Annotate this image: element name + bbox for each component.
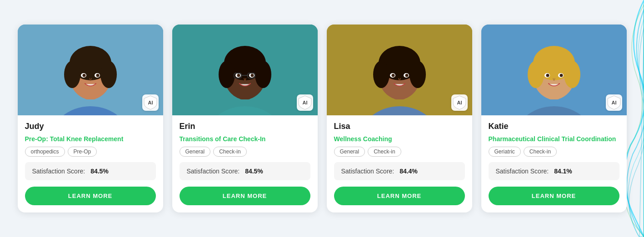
tag: Check-in bbox=[213, 147, 246, 157]
satisfaction-score: 84.5% bbox=[90, 168, 109, 175]
tag: Geriatric bbox=[489, 147, 521, 157]
learn-more-button[interactable]: LEARN MORE bbox=[25, 187, 156, 205]
shield-ai-icon: AI bbox=[451, 94, 468, 111]
card-specialty: Wellness Coaching bbox=[334, 135, 465, 143]
svg-point-32 bbox=[373, 61, 389, 88]
satisfaction-label: Satisfaction Score: bbox=[187, 168, 240, 175]
card-photo-judy: AI bbox=[18, 25, 163, 115]
card-body-katie: Katie Pharmaceutical Clinical Trial Coor… bbox=[481, 115, 627, 212]
svg-point-36 bbox=[391, 74, 394, 77]
card-lisa: AI Lisa Wellness Coaching GeneralCheck-i… bbox=[327, 25, 472, 212]
ai-badge-katie: AI bbox=[606, 94, 622, 111]
card-name: Erin bbox=[180, 122, 310, 131]
svg-text:AI: AI bbox=[302, 100, 307, 105]
svg-text:AI: AI bbox=[611, 100, 616, 105]
shield-ai-icon: AI bbox=[606, 94, 622, 111]
card-body-lisa: Lisa Wellness Coaching GeneralCheck-in S… bbox=[327, 115, 472, 212]
svg-point-5 bbox=[64, 61, 80, 88]
tag: General bbox=[334, 147, 365, 157]
card-tags: orthopedicsPre-Op bbox=[25, 147, 156, 157]
satisfaction-label: Satisfaction Score: bbox=[341, 168, 394, 175]
card-body-erin: Erin Transitions of Care Check-In Genera… bbox=[172, 115, 318, 212]
svg-text:AI: AI bbox=[457, 100, 462, 105]
satisfaction-box: Satisfaction Score: 84.1% bbox=[489, 162, 619, 180]
card-erin: AI Erin Transitions of Care Check-In Gen… bbox=[172, 25, 318, 212]
card-photo-lisa: AI bbox=[327, 25, 472, 115]
tag: orthopedics bbox=[25, 147, 65, 157]
svg-point-48 bbox=[546, 74, 549, 77]
learn-more-button[interactable]: LEARN MORE bbox=[180, 187, 310, 205]
shield-ai-icon: AI bbox=[142, 94, 159, 111]
learn-more-button[interactable]: LEARN MORE bbox=[334, 187, 465, 205]
card-specialty: Pre-Op: Total Knee Replacement bbox=[25, 135, 156, 143]
card-specialty: Pharmaceutical Clinical Trial Coordinati… bbox=[489, 135, 619, 143]
satisfaction-score: 84.4% bbox=[399, 168, 418, 175]
svg-point-37 bbox=[405, 74, 408, 77]
shield-ai-icon: AI bbox=[297, 94, 313, 111]
svg-point-6 bbox=[100, 61, 117, 88]
card-tags: GeriatricCheck-in bbox=[489, 147, 619, 157]
satisfaction-label: Satisfaction Score: bbox=[32, 168, 85, 175]
card-photo-katie: AI bbox=[481, 25, 627, 115]
satisfaction-score: 84.5% bbox=[245, 168, 263, 175]
satisfaction-box: Satisfaction Score: 84.5% bbox=[180, 162, 310, 180]
tag: Check-in bbox=[524, 147, 557, 157]
svg-point-49 bbox=[559, 74, 563, 77]
cards-container: AI Judy Pre-Op: Total Knee Replacement o… bbox=[4, 15, 640, 222]
satisfaction-box: Satisfaction Score: 84.4% bbox=[334, 162, 465, 180]
satisfaction-label: Satisfaction Score: bbox=[496, 168, 549, 175]
svg-point-22 bbox=[250, 74, 254, 77]
learn-more-button[interactable]: LEARN MORE bbox=[489, 187, 619, 205]
svg-point-44 bbox=[528, 61, 544, 88]
svg-point-45 bbox=[564, 61, 580, 88]
ai-badge-judy: AI bbox=[142, 94, 159, 111]
card-name: Lisa bbox=[334, 122, 465, 131]
svg-point-10 bbox=[96, 74, 99, 77]
card-katie: AI Katie Pharmaceutical Clinical Trial C… bbox=[481, 25, 627, 212]
card-judy: AI Judy Pre-Op: Total Knee Replacement o… bbox=[18, 25, 163, 212]
card-body-judy: Judy Pre-Op: Total Knee Replacement orth… bbox=[18, 115, 163, 212]
svg-point-9 bbox=[82, 74, 85, 77]
svg-point-33 bbox=[409, 61, 426, 88]
card-name: Judy bbox=[25, 122, 156, 131]
tag: Check-in bbox=[368, 147, 401, 157]
ai-badge-lisa: AI bbox=[451, 94, 468, 111]
card-tags: GeneralCheck-in bbox=[180, 147, 310, 157]
card-photo-erin: AI bbox=[172, 25, 318, 115]
card-name: Katie bbox=[489, 122, 619, 131]
ai-badge-erin: AI bbox=[297, 94, 313, 111]
satisfaction-box: Satisfaction Score: 84.5% bbox=[25, 162, 156, 180]
tag: Pre-Op bbox=[68, 147, 97, 157]
card-specialty: Transitions of Care Check-In bbox=[180, 135, 310, 143]
card-tags: GeneralCheck-in bbox=[334, 147, 465, 157]
svg-point-17 bbox=[219, 61, 235, 88]
svg-point-21 bbox=[237, 74, 240, 77]
tag: General bbox=[180, 147, 211, 157]
satisfaction-score: 84.1% bbox=[554, 168, 572, 175]
svg-point-18 bbox=[255, 61, 271, 88]
svg-text:AI: AI bbox=[148, 100, 153, 105]
